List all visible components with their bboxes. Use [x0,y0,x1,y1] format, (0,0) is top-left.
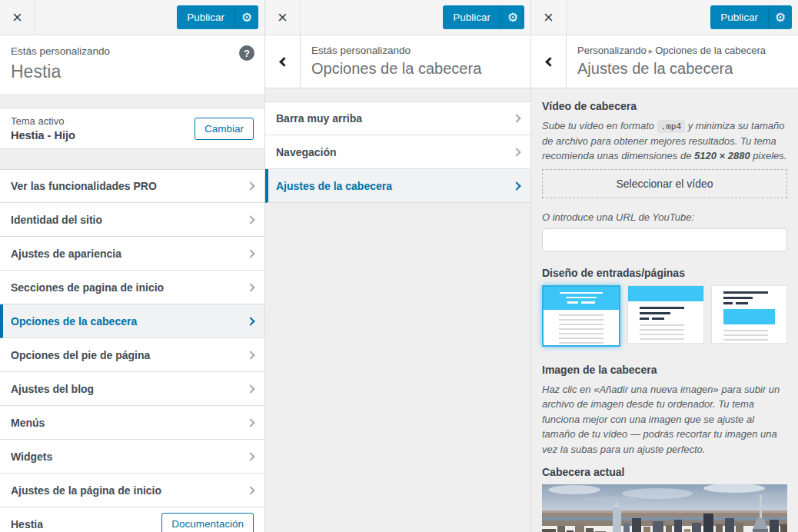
recommended-dimensions: 5120 × 2880 [694,150,750,161]
customizer-menu: Ver las funcionalidades PRO Identidad de… [0,169,264,532]
chevron-right-icon [512,148,520,156]
chevron-right-icon [512,114,520,122]
menu-item-header-settings[interactable]: Ajustes de la cabecera [265,169,530,203]
header-video-description: Sube tu vídeo en formato .mp4 y minimiza… [542,118,787,164]
thumb-hero-band [544,287,619,310]
thumb-image-placeholder [723,309,775,324]
header-settings-content: Vídeo de cabecera Sube tu vídeo en forma… [531,88,798,532]
layout-option-boxed-image[interactable] [711,285,787,344]
close-icon[interactable]: × [531,0,567,35]
publish-group: Publicar ⚙ [710,5,792,29]
menu-item-navigation[interactable]: Navegación [265,135,530,169]
active-theme-label: Tema activo [11,115,75,127]
gear-icon[interactable]: ⚙ [768,5,792,29]
current-header-label: Cabecera actual [542,466,787,478]
publish-button[interactable]: Publicar [177,5,234,29]
chevron-right-icon [246,351,254,359]
publish-button[interactable]: Publicar [443,5,500,29]
close-icon[interactable]: × [265,0,301,35]
sidebar-item-pro-features[interactable]: Ver las funcionalidades PRO [0,169,264,203]
back-button[interactable] [531,35,567,88]
customizing-kicker: Estás personalizando [311,45,481,56]
panel-title: Opciones de la cabecera [311,60,481,78]
gear-icon[interactable]: ⚙ [500,5,524,29]
theme-info-label: Hestia [11,518,43,530]
publish-button[interactable]: Publicar [710,5,768,29]
sidebar-item-label: Menús [11,417,45,429]
documentation-button[interactable]: Documentación [161,513,254,532]
breadcrumb: Personalizando▸Opciones de la cabecera [577,45,766,56]
header-image-heading: Imagen de la cabecera [542,364,787,376]
header-video-heading: Vídeo de cabecera [542,100,787,112]
sidebar-item-label: Opciones de la cabecera [11,315,137,328]
sidebar-item-label: Widgets [11,451,52,463]
layout-options [542,285,787,347]
chevron-left-icon [279,57,289,67]
help-icon[interactable]: ? [239,45,254,61]
sidebar-item-site-identity[interactable]: Identidad del sitio [0,203,264,237]
current-header-image [542,484,787,532]
gear-icon[interactable]: ⚙ [234,5,258,29]
sidebar-item-header-options[interactable]: Opciones de la cabecera [0,304,264,338]
chevron-right-icon [246,249,254,258]
sidebar-item-appearance-settings[interactable]: Ajustes de apariencia [0,237,264,271]
chevron-right-icon [246,283,254,291]
topbar: × Publicar ⚙ [0,0,264,35]
publish-group: Publicar ⚙ [443,5,524,29]
layout-option-full-width-banner[interactable] [627,285,703,344]
panel-header: Personalizando▸Opciones de la cabecera A… [531,35,798,88]
sidebar-item-label: Identidad del sitio [11,214,102,226]
chevron-right-icon [246,317,254,325]
close-icon[interactable]: × [0,0,35,35]
chevron-right-icon [246,452,254,461]
city-skyline-image [542,484,787,532]
breadcrumb-current: Opciones de la cabecera [655,45,766,56]
menu-item-label: Barra muy arriba [276,112,362,125]
sidebar-item-frontpage-sections[interactable]: Secciones de pagina de inicio [0,271,264,304]
youtube-url-label: O introduce una URL de YouTube: [542,211,787,223]
menu-item-label: Navegación [276,146,337,158]
change-theme-button[interactable]: Cambiar [195,118,254,140]
breadcrumb-separator-icon: ▸ [647,46,656,55]
sidebar-item-label: Ajustes de apariencia [11,248,121,260]
chevron-right-icon [246,384,254,393]
desc-text: Sube tu vídeo en formato [542,120,654,131]
chevron-right-icon [246,486,254,494]
layout-option-hero-header[interactable] [542,285,620,347]
sidebar-item-label: Ajustes del blog [11,383,94,395]
sidebar-item-blog-settings[interactable]: Ajustes del blog [0,372,264,406]
youtube-url-input[interactable] [542,228,787,251]
sidebar-item-label: Ver las funcionalidades PRO [11,180,157,192]
header-options-panel: × Publicar ⚙ Estás personalizando Opcion… [265,0,531,532]
header-settings-panel: × Publicar ⚙ Personalizando▸Opciones de … [531,0,798,532]
chevron-right-icon [512,181,520,190]
topbar: × Publicar ⚙ [265,0,530,35]
theme-info-row: Hestia Documentación [0,507,264,532]
header-image-description: Haz clic en «Añadir una nueva imagen» pa… [542,382,787,457]
sidebar-item-widgets[interactable]: Widgets [0,440,264,474]
panel-header: Estás personalizando Hestia ? [0,35,264,95]
mp4-code-badge: .mp4 [657,120,686,133]
customizing-kicker: Estás personalizando [11,45,254,57]
sidebar-item-homepage-settings[interactable]: Ajustes de la página de inicio [0,474,264,507]
sidebar-item-label: Ajustes de la página de inicio [11,484,161,497]
layout-heading: Diseño de entradas/páginas [542,267,787,279]
breadcrumb-parent: Personalizando [577,45,647,56]
desc-text: pixeles. [753,150,786,161]
sidebar-item-label: Opciones del pie de página [11,349,150,361]
sidebar-item-footer-options[interactable]: Opciones del pie de página [0,338,264,372]
chevron-left-icon [545,57,555,67]
chevron-right-icon [246,215,254,224]
back-button[interactable] [265,35,301,88]
chevron-right-icon [246,418,254,427]
menu-item-label: Ajustes de la cabecera [276,180,392,192]
sidebar-item-label: Secciones de pagina de inicio [11,281,164,294]
sidebar-item-menus[interactable]: Menús [0,406,264,440]
active-theme-name: Hestia - Hijo [11,129,75,141]
header-options-menu: Barra muy arriba Navegación Ajustes de l… [265,101,530,203]
menu-item-top-bar[interactable]: Barra muy arriba [265,101,530,135]
select-video-button[interactable]: Seleccionar el vídeo [542,169,787,198]
panel-title: Ajustes de la cabecera [577,60,766,78]
publish-group: Publicar ⚙ [177,5,258,29]
panel-header: Estás personalizando Opciones de la cabe… [265,35,530,88]
